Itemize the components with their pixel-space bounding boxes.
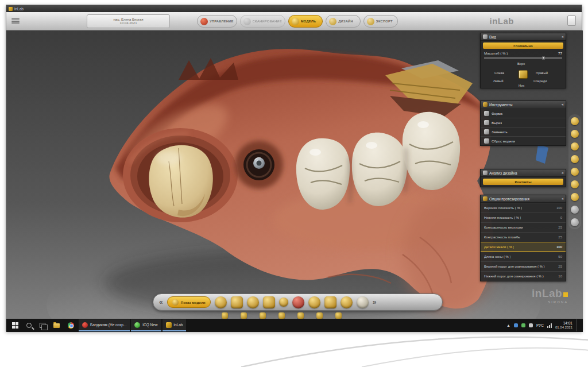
- notes-icon[interactable]: [571, 206, 579, 214]
- articulation-icon[interactable]: [571, 142, 579, 150]
- inlab-window: inLab пац. Елена Бергая 10.04.2021 УПРАВ…: [6, 5, 582, 331]
- cut-tool-icon: [484, 120, 489, 125]
- toolbar-next-icon[interactable]: »: [373, 299, 377, 306]
- tooth-library-icon[interactable]: [571, 117, 579, 125]
- reset-model-icon: [484, 138, 489, 144]
- tools-panel-header[interactable]: Инструменты ◂: [481, 101, 566, 109]
- hand-move-tool-icon[interactable]: [357, 296, 369, 308]
- shape-tool-icon: [484, 111, 489, 116]
- step-export[interactable]: ЭКСПОРТ: [363, 15, 398, 28]
- patient-date: 10.04.2021: [119, 21, 137, 25]
- dir-up[interactable]: Верх: [517, 62, 525, 65]
- sub-tool-icon[interactable]: [222, 312, 228, 319]
- dir-down[interactable]: Низ: [519, 84, 524, 87]
- step-administration[interactable]: УПРАВЛЕНИЕ: [197, 15, 237, 28]
- collapse-icon[interactable]: ◂: [561, 171, 563, 175]
- orientation-control: Верх Слева Правый Левый Спереди Низ: [481, 61, 566, 88]
- collapse-icon[interactable]: ◂: [561, 34, 563, 39]
- inlab-watermark: inLab SIRONA: [532, 287, 568, 304]
- workflow-steps: УПРАВЛЕНИЕ СКАНИРОВАНИЕ МОДЕЛЬ ДИЗАЙН ЭК…: [197, 15, 398, 28]
- analysis-icon: [483, 171, 488, 175]
- analysis-panel: Анализ дизайна ◂ Контакты: [480, 169, 566, 187]
- tool-cut[interactable]: Вырез: [481, 118, 566, 127]
- tool-reset-model[interactable]: Сброс модели: [481, 136, 566, 145]
- smile-design-icon[interactable]: [571, 180, 579, 188]
- options-panel: Опции протезирования ◂ Верхняя плоскость…: [480, 195, 566, 281]
- collapse-icon[interactable]: ◂: [561, 196, 563, 201]
- view-cube-icon[interactable]: [519, 70, 528, 79]
- toolbar-prev-icon[interactable]: «: [159, 299, 163, 306]
- scale-label: Масштаб ( % ): [484, 51, 508, 55]
- collapse-icon[interactable]: ◂: [561, 102, 563, 107]
- option-row-enamel-detail[interactable]: Детали эмали ( % ) 100: [481, 242, 566, 252]
- option-row[interactable]: Контрастность пломбы 25: [481, 232, 566, 242]
- model-axis-icon[interactable]: [571, 155, 579, 163]
- veneer-tool-icon[interactable]: [324, 296, 336, 308]
- dir-right[interactable]: Правый: [536, 71, 548, 75]
- administration-icon: [200, 18, 208, 25]
- export-cam-icon[interactable]: [571, 193, 579, 201]
- sub-tool-icon[interactable]: [335, 312, 342, 319]
- dir-front[interactable]: Спереди: [533, 79, 547, 83]
- options-panel-header[interactable]: Опции протезирования ◂: [481, 195, 566, 203]
- step-design[interactable]: ДИЗАЙН: [326, 15, 360, 28]
- replace-tool-icon: [484, 129, 489, 134]
- bottom-toolbar: « Показ модели »: [153, 293, 443, 311]
- step-scan[interactable]: СКАНИРОВАНИЕ: [240, 15, 285, 28]
- option-row[interactable]: Нижний порог для сканирования ( % ) 10: [481, 271, 566, 281]
- model-icon: [292, 18, 299, 25]
- sub-tool-icon[interactable]: [241, 312, 247, 319]
- sub-tool-icon[interactable]: [260, 312, 266, 319]
- toolbar-subrow: [222, 312, 342, 319]
- tools-panel: Инструменты ◂ Форма Вырез Заменить: [480, 101, 566, 146]
- menu-button[interactable]: [11, 17, 20, 25]
- dir-front-left[interactable]: Левый: [493, 79, 504, 83]
- brand-flag-icon: [563, 292, 568, 297]
- window-titlebar: inLab: [6, 5, 582, 12]
- option-row[interactable]: Верхняя плоскость ( % ) 100: [481, 203, 566, 213]
- sub-tool-icon[interactable]: [316, 312, 323, 319]
- option-row[interactable]: Длина зоны ( % ) 50: [481, 252, 566, 261]
- tooth-gold-tool-icon[interactable]: [308, 296, 320, 308]
- sub-tool-icon[interactable]: [278, 312, 285, 319]
- model-display-icon: [172, 299, 179, 306]
- mini-model-tool-icon[interactable]: [279, 298, 288, 307]
- view-panel-header[interactable]: Вид ◂: [481, 33, 566, 41]
- option-row[interactable]: Нижняя плоскость ( % ) 0: [481, 213, 566, 222]
- help-button[interactable]: [567, 16, 576, 26]
- inlay-tool-icon[interactable]: [247, 296, 259, 308]
- bridge-tool-icon[interactable]: [341, 296, 353, 308]
- export-icon: [367, 18, 374, 25]
- viewport: Вид ◂ Глобально Масштаб ( % ) 77 Верх Сл…: [6, 30, 583, 319]
- grinder-icon[interactable]: [571, 168, 579, 176]
- view-mode-global[interactable]: Глобально: [483, 43, 563, 49]
- window-title: inLab: [14, 7, 24, 11]
- dir-left[interactable]: Слева: [494, 71, 504, 75]
- design-icon: [329, 18, 336, 25]
- scale-slider[interactable]: [484, 56, 562, 60]
- shade-analysis-icon[interactable]: [571, 130, 579, 138]
- model-display-button[interactable]: Показ модели: [167, 296, 211, 308]
- view-icon: [483, 34, 488, 39]
- analysis-panel-header[interactable]: Анализ дизайна ◂: [481, 169, 566, 177]
- tool-shape[interactable]: Форма: [481, 109, 566, 118]
- step-model[interactable]: МОДЕЛЬ: [288, 15, 323, 28]
- workflow-header: пац. Елена Бергая 10.04.2021 УПРАВЛЕНИЕ …: [6, 12, 582, 30]
- crown-tool-icon[interactable]: [231, 296, 243, 308]
- patient-info-box[interactable]: пац. Елена Бергая 10.04.2021: [87, 14, 170, 28]
- view-panel: Вид ◂ Глобально Масштаб ( % ) 77 Верх Сл…: [480, 33, 566, 88]
- settings-icon[interactable]: [571, 218, 579, 226]
- option-row[interactable]: Верхний порог для сканирования ( % ) 25: [481, 261, 566, 271]
- side-tool-strip: [568, 114, 581, 229]
- header-brand: inLab: [490, 16, 514, 26]
- sub-tool-icon[interactable]: [297, 312, 304, 319]
- pair-view-tool-icon[interactable]: [263, 296, 275, 308]
- presentation-slide: inLab пац. Елена Бергая 10.04.2021 УПРАВ…: [0, 0, 588, 367]
- tool-replace[interactable]: Заменить: [481, 127, 566, 136]
- analysis-contacts[interactable]: Контакты: [483, 179, 563, 185]
- scanbody-tool-icon[interactable]: [215, 296, 227, 308]
- color-sphere-tool-icon[interactable]: [292, 296, 304, 308]
- option-row[interactable]: Контрастность верхушки 25: [481, 222, 566, 232]
- scan-icon: [243, 18, 251, 25]
- options-icon: [483, 196, 488, 201]
